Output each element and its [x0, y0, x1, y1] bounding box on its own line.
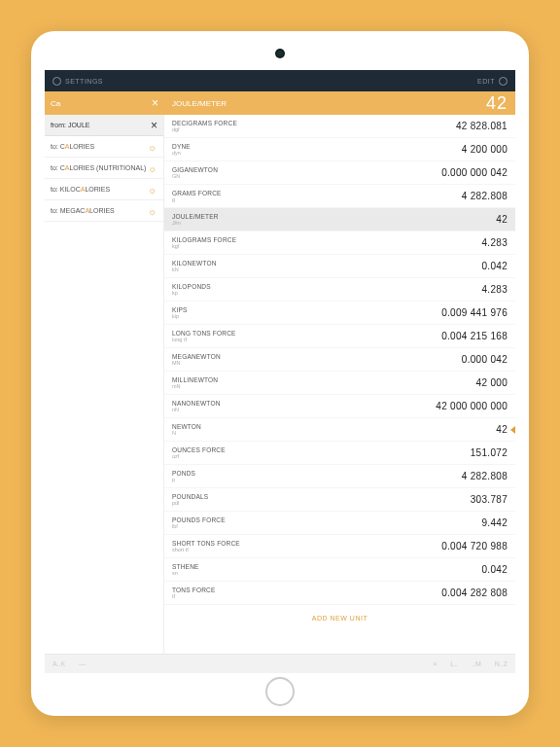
from-label: from: JOULE — [51, 122, 89, 128]
unit-row[interactable]: OUNCES FORCEozf151.072 — [164, 442, 515, 465]
unit-name: GIGANEWTON — [172, 166, 218, 173]
unit-row[interactable]: MILLINEWTONmN42 000 — [164, 372, 515, 395]
unit-name: SHORT TONS FORCE — [172, 540, 240, 547]
unit-info: GRAMS FORCEg — [172, 190, 222, 202]
unit-info: KILOGRAMS FORCEkgf — [172, 236, 236, 249]
unit-row[interactable]: NANONEWTONnN42 000 000 000 — [164, 395, 515, 418]
unit-row[interactable]: KILOGRAMS FORCEkgf4.283 — [164, 231, 515, 255]
unit-row[interactable]: GRAMS FORCEg4 282.808 — [164, 185, 515, 208]
unit-value: 0.004 215 168 — [441, 331, 508, 341]
unit-value: 0.042 — [481, 564, 508, 575]
sidebar-to-item[interactable]: to: CALORIES (NUTRITIONAL)☼ — [45, 158, 163, 179]
filter-nz[interactable]: N..Z — [495, 660, 508, 667]
sidebar-to-item[interactable]: to: MEGACALORIES☼ — [45, 200, 163, 222]
unit-name: MILLINEWTON — [172, 376, 218, 383]
unit-name: DECIGRAMS FORCE — [172, 120, 237, 126]
search-text: Ca — [51, 99, 60, 108]
filter-l[interactable]: L.. — [450, 660, 458, 667]
unit-info: DYNEdyn — [172, 143, 191, 156]
filter-dash[interactable]: — — [79, 660, 86, 667]
unit-info: NANONEWTONnN — [172, 400, 221, 412]
star-icon[interactable]: ☼ — [148, 206, 158, 216]
unit-info: KILOPONDSkp — [172, 283, 211, 296]
unit-row[interactable]: NEWTONN42 — [164, 418, 515, 442]
unit-row[interactable]: KILONEWTONkN0.042 — [164, 255, 515, 278]
unit-name: STHENE — [172, 563, 199, 570]
unit-row[interactable]: TONS FORCEtf0.004 282 808 — [164, 582, 515, 605]
unit-row[interactable]: LONG TONS FORCElong tf0.004 215 168 — [164, 325, 515, 348]
marker-icon — [510, 426, 515, 434]
unit-value: 42 — [496, 424, 508, 435]
view-list-icon[interactable]: ≡ — [433, 660, 437, 667]
unit-value: 0.042 — [481, 261, 508, 271]
unit-row[interactable]: GIGANEWTONGN0.000 000 042 — [164, 161, 515, 185]
close-icon[interactable]: × — [151, 119, 158, 132]
unit-row[interactable]: KIPSkip0.009 441 976 — [164, 302, 515, 325]
to-label: to: MEGACALORIES — [51, 207, 115, 214]
camera — [275, 49, 285, 58]
unit-info: STHENEsn — [172, 563, 199, 576]
unit-row[interactable]: POUNDS FORCElbf9.442 — [164, 512, 515, 535]
sidebar-to-item[interactable]: to: KILOCALORIES☼ — [45, 179, 163, 200]
unit-row[interactable]: JOULE/METERJ/m42 — [164, 208, 515, 231]
unit-name: NEWTON — [172, 423, 201, 430]
unit-info: OUNCES FORCEozf — [172, 446, 226, 459]
unit-abbr: N — [172, 430, 201, 436]
settings-button[interactable]: SETTINGS — [52, 77, 103, 86]
current-unit-label: JOULE/METER — [172, 99, 227, 108]
unit-value: 303.787 — [471, 494, 508, 505]
unit-abbr: p — [172, 477, 195, 482]
unit-name: TONS FORCE — [172, 587, 216, 593]
unit-info: POUNDALSpdl — [172, 493, 208, 506]
add-unit-button[interactable]: ADD NEW UNIT — [164, 605, 515, 631]
unit-value: 0.009 441 976 — [441, 307, 508, 318]
to-label: to: CALORIES (NUTRITIONAL) — [51, 164, 146, 171]
unit-value: 42 000 000 000 — [436, 401, 508, 411]
from-unit-row[interactable]: from: JOULE × — [45, 115, 163, 136]
unit-name: MEGANEWTON — [172, 353, 221, 360]
star-icon[interactable]: ☼ — [148, 185, 158, 195]
unit-row[interactable]: STHENEsn0.042 — [164, 558, 515, 582]
unit-name: KILOPONDS — [172, 283, 211, 290]
unit-name: KIPS — [172, 306, 188, 313]
content: from: JOULE × to: CALORIES☼to: CALORIES … — [45, 115, 515, 654]
unit-name: KILOGRAMS FORCE — [172, 236, 236, 243]
unit-row[interactable]: POUNDALSpdl303.787 — [164, 488, 515, 512]
unit-row[interactable]: DYNEdyn4 200 000 — [164, 138, 515, 161]
to-label: to: CALORIES — [51, 143, 94, 150]
unit-abbr: tf — [172, 593, 216, 599]
clear-search-icon[interactable]: × — [152, 96, 158, 110]
edit-button[interactable]: EDIT — [477, 77, 508, 86]
filter-ak[interactable]: A..K — [52, 660, 65, 667]
unit-abbr: dyn — [172, 150, 191, 156]
unit-abbr: MN — [172, 360, 221, 366]
unit-value: 42 828.081 — [456, 121, 508, 131]
unit-name: GRAMS FORCE — [172, 190, 222, 196]
unit-row[interactable]: PONDSp4 282.808 — [164, 465, 515, 488]
unit-row[interactable]: SHORT TONS FORCEshort tf0.004 720 988 — [164, 535, 515, 558]
home-button[interactable] — [265, 677, 295, 706]
sidebar-to-item[interactable]: to: CALORIES☼ — [45, 136, 163, 158]
unit-abbr: nN — [172, 407, 221, 412]
current-value: 42 — [486, 93, 508, 114]
star-icon[interactable]: ☼ — [148, 142, 158, 152]
unit-value: 4 200 000 — [462, 144, 508, 155]
unit-value: 0.004 720 988 — [441, 541, 508, 551]
search-area[interactable]: Ca × — [45, 96, 164, 110]
edit-label: EDIT — [477, 78, 495, 85]
unit-value: 42 000 — [476, 377, 508, 388]
filter-m[interactable]: ..M — [472, 660, 481, 667]
screen: SETTINGS EDIT Ca × JOULE/METER 42 from: … — [45, 70, 515, 673]
unit-info: GIGANEWTONGN — [172, 166, 218, 179]
unit-row[interactable]: MEGANEWTONMN0.000 042 — [164, 348, 515, 372]
unit-name: KILONEWTON — [172, 260, 217, 267]
unit-list[interactable]: DECIGRAMS FORCEdgf42 828.081DYNEdyn4 200… — [164, 115, 515, 654]
unit-row[interactable]: KILOPONDSkp4.283 — [164, 278, 515, 302]
star-icon[interactable]: ☼ — [148, 163, 158, 173]
unit-row[interactable]: DECIGRAMS FORCEdgf42 828.081 — [164, 115, 515, 138]
unit-abbr: ozf — [172, 453, 226, 459]
unit-name: OUNCES FORCE — [172, 446, 226, 453]
unit-value: 0.000 042 — [462, 354, 508, 365]
to-label: to: KILOCALORIES — [51, 186, 110, 193]
unit-abbr: sn — [172, 570, 199, 576]
